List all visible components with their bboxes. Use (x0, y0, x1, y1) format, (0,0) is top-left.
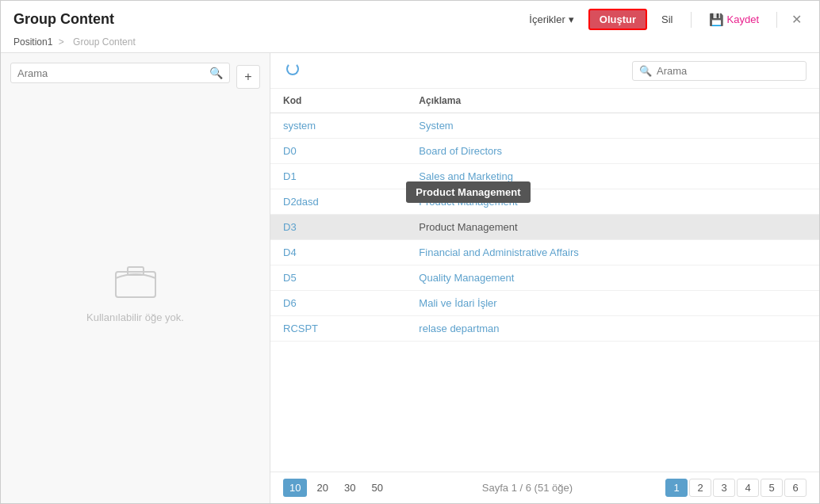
table-header: Kod Açıklama (270, 89, 819, 113)
search-icon: 🔍 (209, 67, 223, 79)
page-size-btn[interactable]: 10 (283, 479, 307, 497)
plus-icon: + (244, 70, 251, 84)
breadcrumb: Position1 > Group Content (13, 36, 807, 52)
tooltip: Product Management (406, 181, 530, 203)
page-number-btn[interactable]: 3 (713, 479, 735, 497)
chevron-down-icon: ▾ (569, 13, 574, 25)
cell-aciklama: Financial and Administrative Affairs (406, 240, 819, 265)
table-container: Kod Açıklama systemSystemD0Board of Dire… (270, 89, 819, 472)
page-number-btn[interactable]: 2 (689, 479, 711, 497)
cell-kod: D1 (270, 164, 406, 189)
refresh-icon (286, 63, 299, 75)
cell-aciklama: Quality Management (406, 265, 819, 291)
page-size-btn[interactable]: 20 (310, 479, 334, 497)
right-search-input[interactable] (657, 65, 799, 77)
page-title: Group Content (13, 11, 114, 28)
left-search-bar: 🔍 (10, 63, 230, 83)
left-panel: 🔍 + Kullanılabilir öğe yok. (1, 53, 270, 503)
page-size-btn[interactable]: 50 (365, 479, 389, 497)
close-button[interactable]: ✕ (787, 10, 807, 29)
cell-aciklama: Mali ve İdari İşler (406, 291, 819, 316)
page-number-btn[interactable]: 6 (784, 479, 807, 497)
right-search-bar: 🔍 (632, 61, 807, 81)
save-icon: 💾 (709, 13, 724, 27)
table-row[interactable]: RCSPTrelase departman (270, 316, 819, 342)
cell-aciklama: Product Management (406, 215, 819, 240)
page-number-btn[interactable]: 5 (761, 479, 783, 497)
cell-kod: D3 (270, 215, 406, 240)
table-row[interactable]: D6Mali ve İdari İşler (270, 291, 819, 316)
cell-kod: D2dasd (270, 189, 406, 215)
refresh-button[interactable] (283, 59, 302, 82)
sil-button[interactable]: Sil (653, 10, 680, 29)
cell-aciklama: System (406, 113, 819, 139)
col-kod: Kod (270, 89, 406, 113)
cell-kod: system (270, 113, 406, 139)
header-actions: İçerikler ▾ Oluştur Sil 💾 Kaydet ✕ (521, 9, 807, 30)
col-aciklama: Açıklama (406, 89, 819, 113)
app-container: Group Content İçerikler ▾ Oluştur Sil 💾 … (0, 0, 820, 504)
right-search-icon: 🔍 (639, 65, 652, 77)
left-search-input[interactable] (17, 67, 205, 79)
page-sizes: 10203050 (283, 479, 389, 497)
empty-text: Kullanılabilir öğe yok. (86, 311, 184, 323)
table-row[interactable]: D5Quality Management (270, 265, 819, 291)
icerikler-button[interactable]: İçerikler ▾ (521, 10, 582, 29)
add-button[interactable]: + (236, 65, 260, 89)
breadcrumb-current: Group Content (73, 36, 136, 48)
cell-kod: D0 (270, 139, 406, 164)
breadcrumb-parent[interactable]: Position1 (13, 36, 52, 48)
cell-kod: D6 (270, 291, 406, 316)
pagination: 10203050 Sayfa 1 / 6 (51 öğe) 123456 (270, 472, 819, 503)
page-numbers: 123456 (665, 479, 807, 497)
table-row[interactable]: D4Financial and Administrative Affairs (270, 240, 819, 265)
cell-kod: D5 (270, 265, 406, 291)
divider (691, 12, 692, 28)
breadcrumb-separator: > (59, 36, 64, 48)
header: Group Content İçerikler ▾ Oluştur Sil 💾 … (1, 1, 819, 53)
main-content: 🔍 + Kullanılabilir öğe yok. (1, 53, 819, 503)
cell-aciklama: relase departman (406, 316, 819, 342)
empty-state: Kullanılabilir öğe yok. (10, 91, 260, 494)
cell-aciklama: Board of Directors (406, 139, 819, 164)
page-info: Sayfa 1 / 6 (51 öğe) (482, 482, 573, 494)
divider2 (776, 12, 777, 28)
table-row[interactable]: D2dasdProduct ManagementProduct Manageme… (270, 189, 819, 215)
table-row[interactable]: D3Product Management (270, 215, 819, 240)
data-table: Kod Açıklama systemSystemD0Board of Dire… (270, 89, 819, 342)
right-panel: 🔍 Kod Açıklama systemSystemD0Board of Di… (270, 53, 819, 503)
right-toolbar: 🔍 (270, 53, 819, 89)
cell-aciklama: Product ManagementProduct Management (406, 189, 819, 215)
empty-icon (112, 262, 159, 302)
cell-kod: D4 (270, 240, 406, 265)
table-body: systemSystemD0Board of DirectorsD1Sales … (270, 113, 819, 342)
kaydet-button[interactable]: 💾 Kaydet (701, 10, 767, 30)
cell-kod: RCSPT (270, 316, 406, 342)
page-number-btn[interactable]: 1 (665, 479, 688, 497)
olustur-button[interactable]: Oluştur (588, 9, 647, 30)
page-number-btn[interactable]: 4 (737, 479, 759, 497)
page-size-btn[interactable]: 30 (338, 479, 362, 497)
table-row[interactable]: D0Board of Directors (270, 139, 819, 164)
table-row[interactable]: D1Sales and Marketing (270, 164, 819, 189)
table-row[interactable]: systemSystem (270, 113, 819, 139)
